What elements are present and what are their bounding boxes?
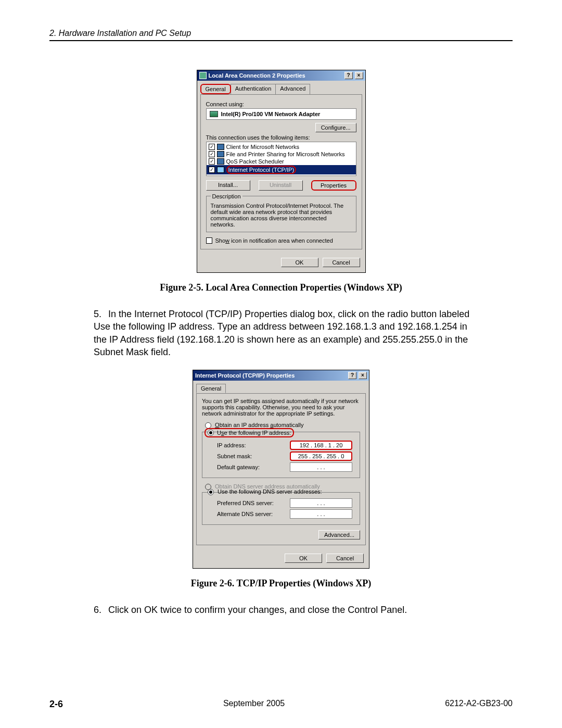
item-label: Internet Protocol (TCP/IP) — [228, 167, 295, 173]
show-icon-label: Show icon in notification area when conn… — [215, 237, 333, 244]
item-tcpip[interactable]: Internet Protocol (TCP/IP) — [207, 165, 356, 174]
preferred-dns-label: Preferred DNS server: — [217, 500, 285, 506]
checkbox-icon[interactable] — [206, 237, 212, 244]
items-list[interactable]: Client for Microsoft Networks File and P… — [206, 142, 356, 176]
use-following-row[interactable]: Use the following IP address: — [205, 428, 294, 437]
item-file-printer[interactable]: File and Printer Sharing for Microsoft N… — [207, 150, 356, 158]
dialog-footer: OK Cancel — [197, 253, 365, 272]
uninstall-button: Uninstall — [259, 180, 303, 191]
close-button[interactable]: × — [359, 372, 367, 379]
footer-date: September 2005 — [223, 699, 285, 710]
cancel-button[interactable]: Cancel — [326, 554, 364, 563]
adapter-name: Intel(R) Pro/100 VM Network Adapter — [221, 111, 321, 117]
description-label: Description — [211, 193, 242, 199]
checkbox-icon[interactable] — [209, 158, 215, 165]
configure-button[interactable]: Configure... — [315, 123, 356, 132]
dialog-title: Local Area Connection 2 Properties — [209, 72, 342, 79]
service-icon — [217, 151, 224, 157]
show-icon-row[interactable]: Show icon in notification area when conn… — [206, 237, 356, 244]
page-footer: 2-6 September 2005 6212-A2-GB23-00 — [49, 699, 513, 710]
default-gateway-label: Default gateway: — [217, 464, 285, 470]
use-dns-label: Use the following DNS server addresses: — [218, 488, 322, 495]
description-text: Transmission Control Protocol/Internet P… — [211, 203, 352, 228]
step-content: Click on OK twice to confirm your change… — [108, 605, 407, 615]
item-label: File and Printer Sharing for Microsoft N… — [226, 151, 345, 157]
step-number: 6. — [94, 604, 108, 616]
service-icon — [217, 158, 224, 165]
items-label: This connection uses the following items… — [206, 134, 356, 141]
tab-general[interactable]: General — [196, 384, 226, 393]
dialog-footer: OK Cancel — [193, 548, 369, 568]
help-button[interactable]: ? — [344, 72, 353, 79]
description-group: Description Transmission Control Protoco… — [206, 196, 356, 232]
ok-button[interactable]: OK — [285, 554, 322, 563]
alternate-dns-field[interactable]: . . . — [290, 509, 352, 519]
close-button[interactable]: × — [355, 72, 363, 79]
properties-button[interactable]: Properties — [311, 180, 356, 191]
figure-2-6-caption: Figure 2-6. TCP/IP Properties (Windows X… — [49, 578, 513, 589]
step-6-text: 6.Click on OK twice to confirm your chan… — [94, 604, 481, 616]
titlebar: Local Area Connection 2 Properties ? × — [197, 70, 365, 81]
figure-2-5-caption: Figure 2-5. Local Area Connection Proper… — [49, 282, 513, 293]
cancel-button[interactable]: Cancel — [323, 258, 360, 267]
ip-address-label: IP address: — [217, 442, 285, 448]
tab-panel-general: Connect using: Intel(R) Pro/100 VM Netwo… — [200, 94, 362, 249]
tab-panel-general: You can get IP settings assigned automat… — [196, 393, 366, 545]
item-client[interactable]: Client for Microsoft Networks — [207, 143, 356, 150]
radio-icon[interactable] — [208, 430, 214, 436]
lac-properties-dialog: Local Area Connection 2 Properties ? × G… — [197, 70, 366, 273]
tcpip-properties-dialog: Internet Protocol (TCP/IP) Properties ? … — [193, 370, 369, 569]
ip-group: Use the following IP address: IP address… — [202, 432, 360, 478]
dialog-title: Internet Protocol (TCP/IP) Properties — [195, 372, 346, 379]
item-label: Client for Microsoft Networks — [226, 144, 300, 150]
help-button[interactable]: ? — [348, 372, 356, 379]
tab-advanced[interactable]: Advanced — [275, 84, 310, 94]
adapter-icon — [210, 111, 218, 117]
preferred-dns-field[interactable]: . . . — [290, 498, 352, 508]
footer-doc-id: 6212-A2-GB23-00 — [445, 699, 513, 710]
intro-text: You can get IP settings assigned automat… — [202, 398, 360, 417]
tab-strip: General Authentication Advanced — [197, 81, 365, 94]
radio-icon[interactable] — [208, 489, 214, 495]
page-number: 2-6 — [49, 699, 63, 710]
obtain-auto-label: Obtain an IP address automatically — [215, 422, 303, 428]
step-5-text: 5.In the Internet Protocol (TCP/IP) Prop… — [94, 308, 481, 358]
tab-general[interactable]: General — [200, 84, 231, 94]
install-button[interactable]: Install... — [206, 180, 250, 191]
ok-button[interactable]: OK — [281, 258, 318, 267]
highlight-ring: Internet Protocol (TCP/IP) — [226, 166, 297, 174]
use-following-label: Use the following IP address: — [217, 430, 291, 436]
checkbox-icon[interactable] — [209, 151, 215, 157]
item-qos[interactable]: QoS Packet Scheduler — [207, 158, 356, 165]
checkbox-icon[interactable] — [209, 144, 215, 150]
default-gateway-field[interactable]: . . . — [290, 462, 352, 472]
adapter-field: Intel(R) Pro/100 VM Network Adapter — [206, 108, 356, 120]
titlebar: Internet Protocol (TCP/IP) Properties ? … — [193, 370, 369, 381]
item-label: QoS Packet Scheduler — [226, 158, 284, 165]
checkbox-icon[interactable] — [209, 167, 215, 173]
header-rule — [49, 40, 513, 41]
tab-authentication[interactable]: Authentication — [231, 84, 276, 94]
section-header: 2. Hardware Installation and PC Setup — [49, 29, 513, 38]
protocol-icon — [217, 167, 224, 173]
step-number: 5. — [94, 308, 108, 320]
ip-address-field[interactable]: 192 . 168 . 1 . 20 — [290, 441, 352, 450]
tab-strip: General — [193, 381, 369, 393]
alternate-dns-label: Alternate DNS server: — [217, 511, 285, 517]
advanced-button[interactable]: Advanced... — [318, 530, 360, 539]
network-icon — [199, 72, 207, 79]
subnet-mask-field[interactable]: 255 . 255 . 255 . 0 — [290, 451, 352, 461]
client-icon — [217, 144, 224, 150]
connect-using-label: Connect using: — [206, 101, 356, 107]
subnet-mask-label: Subnet mask: — [217, 453, 285, 459]
step-content: In the Internet Protocol (TCP/IP) Proper… — [94, 309, 469, 357]
dns-group: Use the following DNS server addresses: … — [202, 492, 360, 525]
